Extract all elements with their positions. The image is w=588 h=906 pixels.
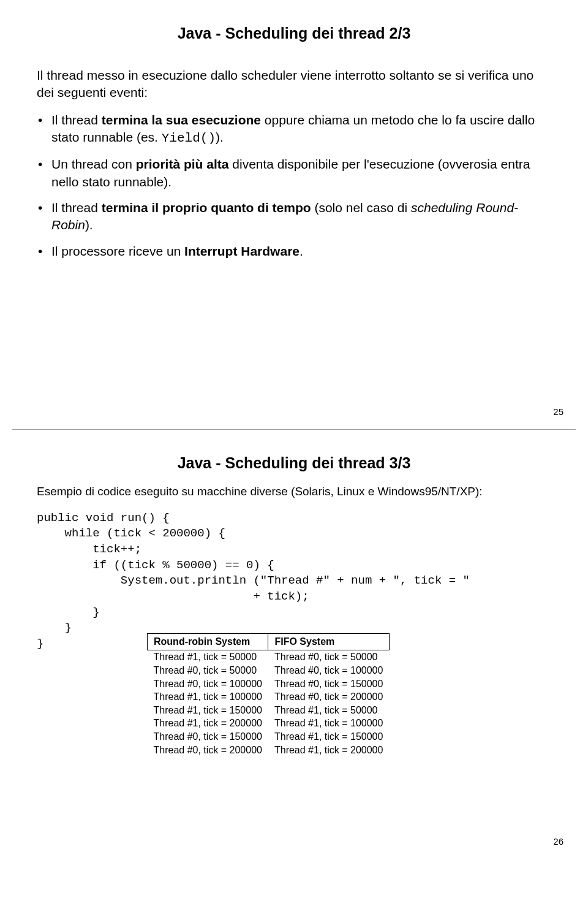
- rr-line: Thread #1, tick = 150000: [154, 704, 262, 717]
- fifo-line: Thread #0, tick = 50000: [274, 650, 383, 664]
- slide-26: Java - Scheduling dei thread 3/3 Esempio…: [0, 430, 588, 859]
- text: Il thread: [51, 113, 102, 127]
- code-inline: Yield(): [162, 131, 216, 145]
- col-header-fifo: FIFO System: [268, 634, 389, 650]
- rr-line: Thread #1, tick = 200000: [154, 717, 262, 730]
- fifo-line: Thread #1, tick = 50000: [274, 704, 383, 717]
- text-bold: priorità più alta: [136, 157, 229, 171]
- slide-25: Java - Scheduling dei thread 2/3 Il thre…: [0, 0, 588, 429]
- fifo-line: Thread #1, tick = 100000: [274, 717, 383, 730]
- text-bold: termina il proprio quanto di tempo: [102, 200, 311, 215]
- bullet-2: Un thread con priorità più alta diventa …: [37, 156, 551, 191]
- rr-line: Thread #1, tick = 100000: [154, 690, 262, 704]
- rr-line: Thread #0, tick = 100000: [154, 677, 262, 691]
- text-bold: termina la sua esecuzione: [102, 113, 261, 127]
- intro-paragraph: Il thread messo in esecuzione dallo sche…: [37, 67, 551, 102]
- fifo-line: Thread #1, tick = 150000: [274, 730, 383, 744]
- bullet-3: Il thread termina il proprio quanto di t…: [37, 199, 551, 234]
- code-block: public void run() { while (tick < 200000…: [37, 511, 551, 652]
- rr-line: Thread #0, tick = 50000: [154, 664, 262, 677]
- col-header-rr: Round-robin System: [148, 634, 268, 650]
- rr-line: Thread #1, tick = 50000: [154, 650, 262, 664]
- cell-fifo: Thread #0, tick = 50000 Thread #0, tick …: [268, 650, 389, 756]
- bullet-list: Il thread termina la sua esecuzione oppu…: [37, 112, 551, 260]
- fifo-line: Thread #1, tick = 200000: [274, 744, 383, 757]
- text: ).: [85, 218, 93, 232]
- slide-title: Java - Scheduling dei thread 3/3: [37, 454, 551, 472]
- example-paragraph: Esempio di codice eseguito su macchine d…: [37, 484, 551, 500]
- page-number: 25: [553, 406, 564, 417]
- fifo-line: Thread #0, tick = 100000: [274, 664, 383, 677]
- text: Il thread: [51, 200, 102, 215]
- table-row: Thread #1, tick = 50000 Thread #0, tick …: [148, 650, 390, 756]
- text: Un thread con: [51, 157, 136, 171]
- slide-title: Java - Scheduling dei thread 2/3: [37, 25, 551, 42]
- fifo-line: Thread #0, tick = 200000: [274, 690, 383, 704]
- text-bold: Interrupt Hardware: [184, 244, 300, 258]
- bullet-4: Il processore riceve un Interrupt Hardwa…: [37, 243, 551, 260]
- text: (solo nel caso di: [311, 200, 411, 215]
- results-table: Round-robin System FIFO System Thread #1…: [147, 633, 390, 756]
- cell-rr: Thread #1, tick = 50000 Thread #0, tick …: [148, 650, 268, 756]
- table-header-row: Round-robin System FIFO System: [148, 634, 390, 650]
- text: .: [300, 244, 303, 258]
- text: ).: [216, 130, 224, 144]
- page-number: 26: [553, 836, 564, 847]
- text: Il processore riceve un: [51, 244, 184, 258]
- results-table-wrap: Round-robin System FIFO System Thread #1…: [147, 633, 551, 756]
- bullet-1: Il thread termina la sua esecuzione oppu…: [37, 112, 551, 148]
- fifo-line: Thread #0, tick = 150000: [274, 677, 383, 691]
- rr-line: Thread #0, tick = 200000: [154, 744, 262, 757]
- rr-line: Thread #0, tick = 150000: [154, 730, 262, 744]
